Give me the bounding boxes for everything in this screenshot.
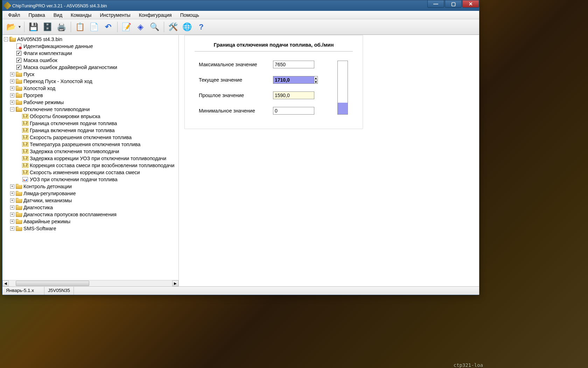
expand-icon[interactable]: + [10, 184, 14, 189]
tree-folder[interactable]: +Датчики, механизмы [9, 197, 178, 204]
wrench-icon[interactable]: 🛠️ [167, 21, 180, 33]
past-value-field [273, 91, 314, 99]
network-icon[interactable]: 🌐 [181, 21, 194, 33]
open-dropdown-icon[interactable]: ▼ [18, 25, 21, 29]
tree-item-flags[interactable]: ✓Флаги комплектации [9, 50, 178, 57]
expand-icon[interactable]: + [10, 219, 14, 224]
document-icon [16, 43, 21, 49]
expand-icon[interactable]: + [10, 79, 14, 83]
expand-icon[interactable]: + [10, 205, 14, 210]
tree-folder[interactable]: +Переход Пуск - Холостой ход [9, 78, 178, 85]
tree-root[interactable]: − A5V05N35 st4.3.bin [3, 36, 178, 43]
paste-icon[interactable]: 📄 [88, 21, 100, 33]
tree-param[interactable]: УОЗ при отключении подачи топлива [16, 176, 178, 183]
cur-value-field[interactable] [273, 76, 314, 84]
numeric-icon: 1.2 [22, 142, 28, 147]
tree-hscrollbar[interactable]: ◀ ▶ [2, 280, 178, 286]
titlebar[interactable]: ChipTuningPRO ver.3.21 - A5V05N35 st4.3.… [2, 0, 479, 11]
expand-icon[interactable]: + [10, 100, 14, 104]
tree-folder[interactable]: +Диагностика [9, 204, 178, 211]
minimize-button[interactable]: — [427, 0, 444, 8]
tree-folder[interactable]: +Холостой ход [9, 85, 178, 92]
menu-help[interactable]: Помощь [176, 11, 203, 19]
collapse-icon[interactable]: − [4, 37, 8, 41]
tree-folder[interactable]: +Прогрев [9, 92, 178, 99]
tree-folder-fuelcut[interactable]: −Отключение топливоподачи [9, 106, 178, 113]
scroll-right-icon[interactable]: ▶ [172, 280, 178, 286]
tree-item-mask-drv[interactable]: ✓Маска ошибок драйверной диагностики [9, 64, 178, 71]
value-panel: Граница отключения подачи топлива, об./м… [184, 35, 363, 129]
copy-icon[interactable]: 📋 [74, 21, 86, 33]
spin-down-icon[interactable]: ▼ [314, 80, 317, 84]
expand-icon[interactable]: + [10, 212, 14, 217]
expand-icon[interactable]: + [10, 72, 14, 76]
tree-item-mask[interactable]: ✓Маска ошибок [9, 57, 178, 64]
expand-icon[interactable]: + [10, 86, 14, 90]
save-copy-icon[interactable]: 🗄️ [41, 21, 54, 33]
folder-icon [16, 191, 22, 196]
tree-param[interactable]: 1.2Граница включения подачи топлива [16, 127, 178, 134]
folder-icon [16, 100, 22, 105]
numeric-icon: 1.2 [22, 170, 28, 175]
folder-icon [16, 71, 22, 77]
tree-folder[interactable]: +Пуск [9, 71, 178, 78]
tree-param[interactable]: 1.2Коррекция состава смеси при возобновл… [16, 162, 178, 169]
numeric-icon: 1.2 [22, 163, 28, 168]
checkbox-icon: ✓ [16, 58, 21, 63]
folder-icon [16, 184, 22, 189]
help-icon[interactable]: ? [195, 21, 208, 33]
menu-view[interactable]: Вид [49, 11, 66, 19]
tree-param[interactable]: 1.2Задержка отключения топливоподачи [16, 148, 178, 155]
folder-icon [16, 198, 22, 203]
tree-param[interactable]: 1.2Граница отключения подачи топлива [16, 120, 178, 127]
undo-icon[interactable]: ↶ [102, 21, 114, 33]
menu-commands[interactable]: Команды [66, 11, 96, 19]
min-value-field [273, 107, 314, 115]
content-pane: Граница отключения подачи топлива, об./м… [179, 35, 479, 286]
spinner-buttons[interactable]: ▲▼ [314, 76, 318, 84]
tree-folder[interactable]: +Контроль детонации [9, 183, 178, 190]
tree-pane: − A5V05N35 st4.3.bin Идентификационные д… [2, 35, 179, 286]
tree-folder[interactable]: +Лямда-регулирование [9, 190, 178, 197]
window-title: ChipTuningPRO ver.3.21 - A5V05N35 st4.3.… [12, 3, 477, 8]
tree-folder[interactable]: +Диагностика пропусков воспламенения [9, 211, 178, 218]
toolbar: 📂 ▼ 💾 🗄️ 🖨️ 📋 📄 ↶ 📝 ◈ 🔍 🛠️ 🌐 ? [2, 19, 479, 35]
expand-icon[interactable]: + [10, 198, 14, 203]
tree-folder[interactable]: +Аварийные режимы [9, 218, 178, 225]
spin-up-icon[interactable]: ▲ [314, 76, 317, 80]
print-icon[interactable]: 🖨️ [55, 21, 68, 33]
menu-edit[interactable]: Правка [24, 11, 49, 19]
folder-icon [16, 79, 22, 84]
tree-folder[interactable]: +SMS-Software [9, 225, 178, 232]
open-icon[interactable]: 📂 [5, 21, 17, 33]
save-icon[interactable]: 💾 [27, 21, 40, 33]
expand-icon[interactable]: + [10, 93, 14, 97]
tree-item-ident[interactable]: Идентификационные данные [9, 43, 178, 50]
close-button[interactable]: ✕ [462, 0, 479, 8]
tree-param[interactable]: 1.2Скорость изменения коррекции состава … [16, 169, 178, 176]
expand-icon[interactable]: + [10, 226, 14, 231]
menu-config[interactable]: Конфигурация [135, 11, 176, 19]
tree-root-label: A5V05N35 st4.3.bin [17, 36, 62, 43]
edit-doc-icon[interactable]: 📝 [120, 21, 133, 33]
collapse-icon[interactable]: − [10, 107, 14, 111]
search-icon[interactable]: 🔍 [148, 21, 161, 33]
tree-folder[interactable]: +Рабочие режимы [9, 99, 178, 106]
tree-param[interactable]: 1.2Задержка коррекции УОЗ при отключении… [16, 155, 178, 162]
expand-icon[interactable]: + [10, 191, 14, 196]
maximize-button[interactable]: ▢ [445, 0, 462, 8]
info-icon[interactable]: ◈ [134, 21, 147, 33]
tree-param[interactable]: 1.2Скорость разрешения отключения топлив… [16, 134, 178, 141]
scroll-left-icon[interactable]: ◀ [2, 280, 9, 286]
scroll-thumb[interactable] [16, 281, 89, 286]
tree-view[interactable]: − A5V05N35 st4.3.bin Идентификационные д… [2, 35, 178, 280]
tree-param[interactable]: 1.2Температура разрешения отключения топ… [16, 141, 178, 148]
min-label: Минимальное значение [199, 108, 269, 114]
menu-tools[interactable]: Инструменты [96, 11, 134, 19]
value-gauge[interactable] [337, 61, 348, 115]
menu-file[interactable]: Файл [4, 11, 24, 19]
checkbox-icon: ✓ [16, 65, 21, 70]
tree-param[interactable]: 1.2Обороты блокировки впрыска [16, 113, 178, 120]
status-cell-1: Январь-5.1.x [2, 287, 44, 295]
scroll-track[interactable] [9, 280, 172, 286]
